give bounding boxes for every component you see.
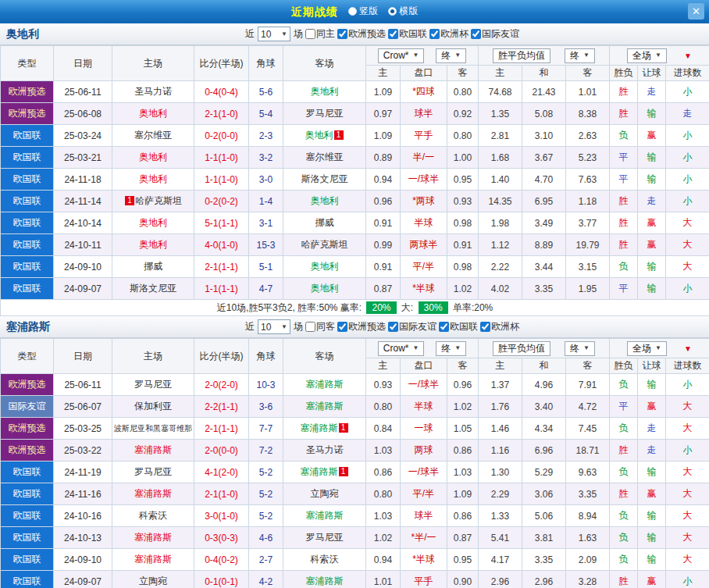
odds-source-dropdown[interactable]: Crow*▼ — [378, 48, 425, 63]
results-table: 类型日期主场比分(半场)角球客场Crow*▼终▼胜平负均值终▼全场▼▼主盘口客主… — [0, 45, 709, 316]
handicap-line: 球半 — [401, 103, 447, 125]
match-date: 25-06-07 — [54, 396, 112, 418]
filter-checkbox[interactable]: 欧洲杯 — [429, 27, 469, 41]
filter-checkbox[interactable]: 欧洲预选 — [337, 320, 386, 333]
away-team: 奥地利 — [283, 256, 366, 278]
handicap-line: 平手 — [401, 125, 447, 147]
filter-checkbox[interactable]: 国际友谊 — [471, 27, 519, 41]
match-score: 2-0(2-0) — [194, 374, 249, 396]
home-team: 塞浦路斯 — [112, 549, 194, 571]
result-handicap: 输 — [638, 103, 666, 125]
checkbox-input[interactable] — [480, 322, 490, 332]
checkbox-input[interactable] — [388, 29, 398, 39]
avg-away: 3.77 — [566, 212, 610, 234]
filter-checkbox[interactable]: 国际友谊 — [388, 320, 436, 333]
result-handicap: 输 — [638, 278, 666, 300]
match-row: 欧国联25-03-24塞尔维亚0-2(0-0)2-3奥地利11.09平手0.80… — [1, 125, 709, 147]
final-avg-dropdown[interactable]: 终▼ — [565, 341, 595, 356]
scope-dropdown[interactable]: 全场▼ — [627, 341, 667, 356]
competition-type: 欧国联 — [1, 147, 54, 169]
red-triangle-icon[interactable]: ▼ — [684, 52, 692, 60]
competition-type: 欧国联 — [1, 234, 54, 256]
filter-checkbox[interactable]: 同客 — [305, 320, 335, 333]
match-count-dropdown[interactable]: 10▼ — [258, 319, 290, 334]
checkbox-input[interactable] — [305, 322, 315, 332]
competition-type: 欧洲预选 — [1, 103, 54, 125]
result-goals: 大 — [666, 396, 709, 418]
avg-home: 1.46 — [479, 418, 522, 440]
home-odds: 0.84 — [366, 418, 401, 440]
layout-radio-horizontal[interactable]: 横版 — [388, 5, 418, 18]
checkbox-input[interactable] — [337, 322, 347, 332]
match-date: 24-11-14 — [54, 191, 112, 212]
result-handicap: 赢 — [638, 212, 666, 234]
final-avg-dropdown[interactable]: 终▼ — [565, 48, 595, 63]
away-odds: 0.92 — [447, 103, 479, 125]
avg-away: 19.79 — [566, 234, 610, 256]
summary-winrate-label: 赢率: — [340, 302, 365, 313]
result-outcome: 平 — [610, 169, 638, 191]
odds-source-dropdown[interactable]: Crow*▼ — [378, 341, 425, 356]
away-team: 塞浦路斯 — [283, 571, 366, 588]
handicap-line: 平/半 — [401, 483, 447, 505]
avg-draw: 5.29 — [522, 461, 566, 483]
result-goals: 小 — [666, 169, 709, 191]
filter-checkbox[interactable]: 同主 — [305, 27, 335, 41]
team-name: 塞浦路斯 — [0, 320, 245, 334]
radio-label: 竖版 — [359, 5, 378, 18]
result-goals: 小 — [666, 125, 709, 147]
checkbox-input[interactable] — [439, 322, 449, 332]
match-count-dropdown[interactable]: 10▼ — [258, 27, 290, 41]
close-button[interactable]: ✕ — [688, 3, 704, 20]
corner-score: 10-3 — [249, 374, 283, 396]
match-count-value: 10 — [261, 322, 271, 333]
result-outcome: 胜 — [610, 571, 638, 588]
result-outcome: 负 — [610, 549, 638, 571]
checkbox-input[interactable] — [429, 29, 440, 39]
result-outcome: 胜 — [610, 81, 638, 103]
filter-checkbox[interactable]: 欧洲预选 — [337, 27, 386, 41]
filter-checkbox[interactable]: 欧洲杯 — [480, 320, 519, 333]
avg-away: 1.01 — [566, 81, 610, 103]
checkbox-input[interactable] — [388, 322, 398, 332]
avg-draw: 4.70 — [522, 169, 566, 191]
away-odds: 0.86 — [447, 440, 479, 461]
filter-checkbox[interactable]: 欧国联 — [388, 27, 427, 41]
avg-home: 1.33 — [479, 505, 522, 527]
home-odds: 1.09 — [366, 81, 401, 103]
checkbox-input[interactable] — [305, 29, 315, 39]
home-team: 奥地利 — [112, 234, 194, 256]
handicap-line: 半球 — [401, 396, 447, 418]
column-subheader: 进球数 — [666, 358, 709, 374]
avg-home: 1.12 — [479, 234, 522, 256]
red-triangle-icon[interactable]: ▼ — [684, 344, 692, 353]
match-date: 25-06-08 — [54, 103, 112, 125]
away-odds: 0.90 — [447, 571, 479, 588]
avg-home: 2.29 — [479, 483, 522, 505]
avg-home: 1.35 — [479, 103, 522, 125]
final-odds-dropdown[interactable]: 终▼ — [436, 48, 466, 63]
layout-radio-vertical[interactable]: 竖版 — [348, 5, 378, 18]
final-odds-dropdown[interactable]: 终▼ — [436, 341, 466, 356]
checkbox-label: 欧洲杯 — [491, 320, 519, 333]
avg-draw: 3.44 — [522, 256, 566, 278]
away-team: 塞浦路斯 — [283, 374, 366, 396]
home-odds: 0.99 — [366, 234, 401, 256]
avg-draw: 3.06 — [522, 483, 566, 505]
match-row: 欧国联24-10-14奥地利5-1(1-1)3-1挪威0.91半球0.981.9… — [1, 212, 709, 234]
scope-dropdown[interactable]: 全场▼ — [627, 48, 667, 63]
match-date: 24-10-16 — [54, 505, 112, 527]
column-header: 类型 — [1, 339, 54, 374]
checkbox-input[interactable] — [471, 29, 481, 39]
away-odds: 0.80 — [447, 125, 479, 147]
home-odds: 0.86 — [366, 461, 401, 483]
match-score: 5-1(1-1) — [194, 212, 249, 234]
avg-draw: 3.81 — [522, 527, 566, 549]
competition-type: 欧国联 — [1, 527, 54, 549]
avg-draw: 3.35 — [522, 549, 566, 571]
chevron-down-icon: ▼ — [413, 345, 419, 351]
checkbox-input[interactable] — [337, 29, 347, 39]
home-odds: 0.96 — [366, 191, 401, 212]
match-date: 24-10-14 — [54, 212, 112, 234]
filter-checkbox[interactable]: 欧国联 — [439, 320, 478, 333]
